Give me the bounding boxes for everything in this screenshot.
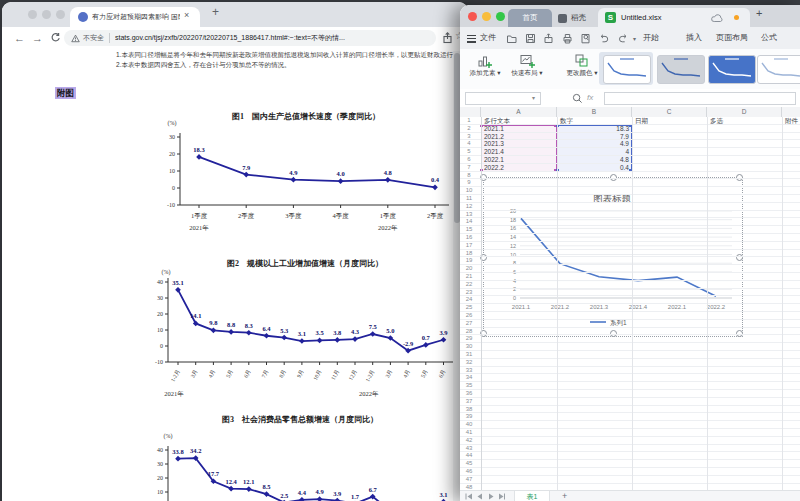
- sheet-tab[interactable]: 表1: [514, 491, 550, 501]
- row-number[interactable]: 24: [460, 296, 478, 304]
- cell-number[interactable]: 4: [557, 148, 629, 156]
- row-number[interactable]: 27: [460, 320, 478, 328]
- row-number[interactable]: 15: [460, 226, 478, 234]
- row-number[interactable]: 21: [460, 273, 478, 281]
- row-number[interactable]: 37: [460, 398, 478, 406]
- cell-text[interactable]: 2021.1: [484, 125, 504, 133]
- row-number[interactable]: 9: [460, 179, 478, 187]
- row-number[interactable]: 18: [460, 250, 478, 258]
- row-number[interactable]: 2: [460, 125, 478, 133]
- row-number[interactable]: 43: [460, 445, 478, 453]
- row-number[interactable]: 34: [460, 374, 478, 382]
- minimize-button[interactable]: [482, 12, 491, 21]
- row-number[interactable]: 28: [460, 328, 478, 336]
- row-number[interactable]: 35: [460, 382, 478, 390]
- row-number[interactable]: 22: [460, 281, 478, 289]
- row-number[interactable]: 8: [460, 172, 478, 180]
- chart-style-thumbnail[interactable]: [757, 55, 800, 84]
- row-number[interactable]: 29: [460, 335, 478, 343]
- row-number[interactable]: 14: [460, 218, 478, 226]
- chart-style-thumbnail[interactable]: [708, 55, 756, 84]
- field-header-cell[interactable]: 多行文本: [484, 117, 510, 125]
- menu-item[interactable]: 插入: [686, 27, 702, 49]
- menu-item[interactable]: 开始: [643, 27, 659, 49]
- row-number[interactable]: 19: [460, 257, 478, 265]
- name-box[interactable]: [465, 92, 541, 105]
- row-number[interactable]: 32: [460, 359, 478, 367]
- row-number[interactable]: 39: [460, 413, 478, 421]
- row-number[interactable]: 12: [460, 203, 478, 211]
- formula-input[interactable]: [604, 92, 796, 105]
- row-number[interactable]: 38: [460, 406, 478, 414]
- row-number[interactable]: 6: [460, 156, 478, 164]
- share-icon[interactable]: [442, 32, 453, 44]
- row-number[interactable]: 42: [460, 437, 478, 445]
- row-number[interactable]: 45: [460, 460, 478, 468]
- row-number[interactable]: 4: [460, 140, 478, 148]
- row-number[interactable]: 46: [460, 468, 478, 476]
- cell-number[interactable]: 7.9: [557, 133, 629, 141]
- cell-number[interactable]: 0.4: [557, 164, 629, 172]
- menu-item[interactable]: 页面布局: [716, 27, 748, 49]
- field-header-cell[interactable]: 附件: [785, 117, 798, 125]
- browser-tab[interactable]: 有力应对超预期因素影响 国民经… ×: [70, 7, 200, 27]
- sheet-grid[interactable]: 图表标题024681012141618202021.12021.22021.32…: [460, 117, 800, 490]
- row-number[interactable]: 41: [460, 429, 478, 437]
- row-number[interactable]: 10: [460, 187, 478, 195]
- tab-file[interactable]: S Untitled.xlsx: [598, 8, 750, 27]
- row-number[interactable]: 11: [460, 195, 478, 203]
- row-number[interactable]: 31: [460, 351, 478, 359]
- column-header[interactable]: A: [481, 107, 557, 117]
- tab-docer[interactable]: 稻壳: [556, 9, 596, 27]
- close-button[interactable]: [28, 10, 37, 19]
- row-number[interactable]: 40: [460, 421, 478, 429]
- row-number[interactable]: 7: [460, 164, 478, 172]
- column-header[interactable]: C: [632, 107, 707, 117]
- sheet-nav-icons[interactable]: [465, 493, 509, 500]
- zoom-button[interactable]: [56, 10, 65, 19]
- close-button[interactable]: [468, 12, 477, 21]
- row-number[interactable]: 20: [460, 265, 478, 273]
- row-number[interactable]: 1: [460, 117, 478, 125]
- field-header-cell[interactable]: 数字: [560, 117, 573, 125]
- forward-icon[interactable]: →: [32, 31, 43, 45]
- add-sheet-button[interactable]: +: [562, 491, 567, 501]
- cell-number[interactable]: 4.9: [557, 140, 629, 148]
- tab-home[interactable]: 首页: [508, 9, 552, 27]
- back-icon[interactable]: ←: [14, 31, 25, 45]
- row-number[interactable]: 47: [460, 476, 478, 484]
- address-bar[interactable]: 不安全 stats.gov.cn/tjsj/zxfb/202207/t20220…: [64, 30, 436, 46]
- chart-style-thumbnail[interactable]: [657, 55, 705, 84]
- row-number[interactable]: 30: [460, 343, 478, 351]
- tab-close-icon[interactable]: ×: [184, 10, 189, 20]
- name-box-caret-icon[interactable]: ▾: [532, 94, 535, 101]
- field-header-cell[interactable]: 多选: [710, 117, 723, 125]
- minimize-button[interactable]: [42, 10, 51, 19]
- field-header-cell[interactable]: 日期: [635, 117, 648, 125]
- row-number[interactable]: 26: [460, 312, 478, 320]
- row-number[interactable]: 3: [460, 133, 478, 141]
- row-number[interactable]: 17: [460, 242, 478, 250]
- row-number[interactable]: 25: [460, 304, 478, 312]
- cell-text[interactable]: 2021.4: [484, 148, 504, 156]
- new-tab-button[interactable]: +: [212, 5, 219, 19]
- chart-style-thumbnail[interactable]: [603, 55, 651, 84]
- menu-item[interactable]: 公式: [761, 27, 777, 49]
- cell-number[interactable]: 18.3: [557, 125, 629, 133]
- reload-icon[interactable]: [50, 32, 61, 43]
- row-number[interactable]: 23: [460, 289, 478, 297]
- row-number[interactable]: 36: [460, 390, 478, 398]
- row-number[interactable]: 33: [460, 367, 478, 375]
- add-element-button[interactable]: 添加元素 ▾: [465, 53, 505, 78]
- row-number[interactable]: 13: [460, 211, 478, 219]
- cell-text[interactable]: 2021.3: [484, 140, 504, 148]
- column-header[interactable]: B: [557, 107, 632, 117]
- column-header[interactable]: D: [707, 107, 782, 117]
- cell-number[interactable]: 4.8: [557, 156, 629, 164]
- zoom-button[interactable]: [496, 12, 505, 21]
- new-document-tab-button[interactable]: +: [756, 7, 762, 19]
- cell-text[interactable]: 2022.1: [484, 156, 504, 164]
- row-number[interactable]: 44: [460, 452, 478, 460]
- cell-text[interactable]: 2021.2: [484, 133, 504, 141]
- cell-text[interactable]: 2022.2: [484, 164, 504, 172]
